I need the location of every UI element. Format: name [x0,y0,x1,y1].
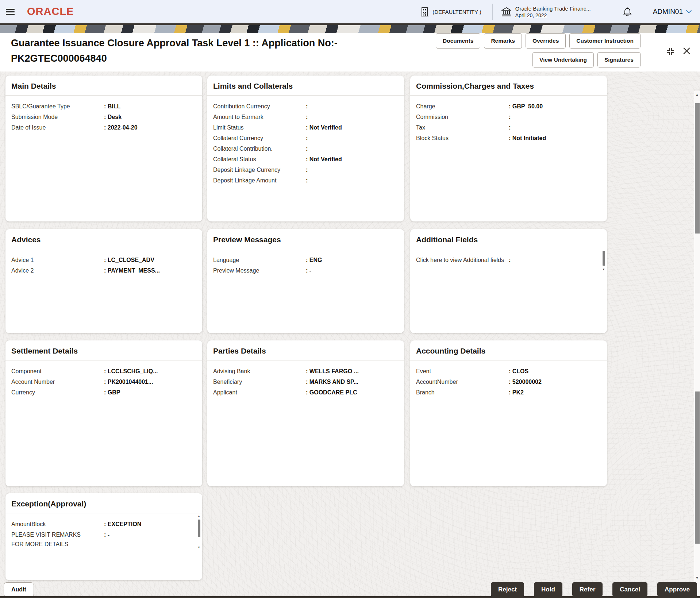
card-title: Main Details [5,76,202,96]
field-label: Limit Status [213,122,306,132]
field-label: Beneficiary [213,377,306,387]
bank-icon [501,7,511,16]
documents-button[interactable]: Documents [436,33,480,49]
field-row: ComponentLCCLSCHG_LIQ... [11,366,196,377]
card-settlement-details: Settlement Details ComponentLCCLSCHG_LIQ… [5,340,202,486]
field-row: AmountBlockEXCEPTION [11,519,192,529]
scroll-down-icon[interactable]: ▾ [602,268,605,271]
field-label: Submission Mode [11,112,104,122]
field-row: ApplicantGOODCARE PLC [213,387,398,398]
field-label: Tax [416,122,509,132]
field-value: - [306,265,398,275]
field-row: Limit StatusNot Verified [213,122,398,133]
card-title: Additional Fields [410,229,607,249]
field-label: Advice 2 [11,265,104,275]
field-value: GBP [104,387,196,397]
cancel-button[interactable]: Cancel [612,582,647,597]
field-row: Commission [416,112,601,122]
reject-button[interactable]: Reject [491,582,524,597]
scroll-up-icon[interactable]: ▴ [197,514,201,518]
field-label: Charge [416,101,509,111]
card-preview-messages: Preview Messages LanguageENG Preview Mes… [207,229,404,333]
field-row: Collateral StatusNot Verified [213,154,398,165]
signatures-button[interactable]: Signatures [597,52,641,67]
toolbar-row-2: View Undertaking Signatures [532,52,641,67]
remarks-button[interactable]: Remarks [484,33,522,49]
field-row: Collateral Contribution. [213,143,398,154]
field-row: Tax [416,122,601,133]
page-title-line1: Guarantee Issuance Closure Approval Task… [11,35,338,51]
field-label: Block Status [416,133,509,143]
scrollbar-thumb[interactable] [603,251,605,266]
card-title: Preview Messages [207,229,404,249]
building-icon [420,7,429,17]
field-row: Date of Issue2022-04-20 [11,122,196,133]
field-row: CurrencyGBP [11,387,196,398]
entity-selector[interactable]: (DEFAULTENTITY ) [420,7,481,17]
notifications-bell-icon[interactable] [623,7,632,17]
field-row: BeneficiaryMARKS AND SP... [213,377,398,387]
field-value: ENG [306,255,398,265]
card-limits-collaterals: Limits and Collaterals Contribution Curr… [207,76,404,221]
field-value: PK2 [509,387,601,397]
username: ADMIN01 [653,8,683,16]
field-label: AmountBlock [11,519,104,529]
field-row: Submission ModeDesk [11,112,196,122]
field-value: LC_CLOSE_ADV [104,255,196,265]
user-menu[interactable]: ADMIN01 [653,8,692,16]
field-value: - [104,529,192,540]
field-value: BILL [104,101,196,111]
top-header-bar: ORACLE (DEFAULTENTITY ) [0,0,700,23]
field-label: Collateral Contribution. [213,143,306,154]
field-label: Component [11,366,104,376]
card-advices: Advices Advice 1LC_CLOSE_ADV Advice 2PAY… [5,229,202,333]
field-value: PK2001044001... [104,377,196,387]
hamburger-menu-icon[interactable] [6,7,15,15]
chevron-down-icon [686,10,692,13]
scroll-down-icon[interactable]: ▾ [197,546,201,549]
page-scrollbar[interactable]: ▲ ▼ [694,91,700,598]
field-value: Not Verified [306,122,398,132]
view-undertaking-button[interactable]: View Undertaking [532,52,594,67]
field-row: Deposit Linkage Currency [213,165,398,175]
field-label: Collateral Currency [213,133,306,143]
card-title: Limits and Collaterals [207,76,404,96]
field-value [306,165,398,175]
close-icon[interactable] [682,46,691,55]
refer-button[interactable]: Refer [572,582,603,597]
field-label: Amount to Earmark [213,112,306,122]
scroll-up-icon[interactable]: ▲ [695,93,699,97]
field-label: Collateral Status [213,154,306,164]
audit-button[interactable]: Audit [4,582,34,597]
field-value [306,101,398,111]
field-label: Date of Issue [11,122,104,132]
card-scrollbar[interactable]: ▾ [602,250,605,279]
scrollbar-thumb[interactable] [695,391,700,544]
card-title: Advices [5,229,202,249]
app-date: April 20, 2022 [515,12,591,18]
field-label: Advice 1 [11,255,104,265]
app-title: Oracle Banking Trade Financ... [515,5,591,12]
card-title: Exception(Approval) [5,493,202,513]
field-value: Not Verified [306,154,398,164]
additional-fields-link[interactable]: Click here to view Additional fields [416,255,509,265]
scrollbar-thumb[interactable] [695,103,700,234]
header-right-cluster: (DEFAULTENTITY ) Oracle Banking Trade Fi… [420,0,692,23]
scroll-down-icon[interactable]: ▼ [695,576,699,580]
field-value: GBP 50.00 [509,101,601,111]
bottom-dark-bar [0,596,700,598]
overrides-button[interactable]: Overrides [526,33,566,49]
approve-button[interactable]: Approve [657,582,697,597]
field-row: Advising BankWELLS FARGO ... [213,366,398,377]
scrollbar-thumb[interactable] [198,520,200,537]
collapse-icon[interactable] [666,47,675,56]
hold-button[interactable]: Hold [534,582,562,597]
field-value: Desk [104,112,196,122]
field-row: EventCLOS [416,366,601,377]
field-value: GOODCARE PLC [306,387,398,397]
field-label: Deposit Linkage Currency [213,165,306,175]
card-title: Settlement Details [5,340,202,360]
card-scrollbar[interactable]: ▴ ▾ [197,514,201,551]
app-info[interactable]: Oracle Banking Trade Financ... April 20,… [501,5,591,18]
customer-instruction-button[interactable]: Customer Instruction [569,33,641,49]
